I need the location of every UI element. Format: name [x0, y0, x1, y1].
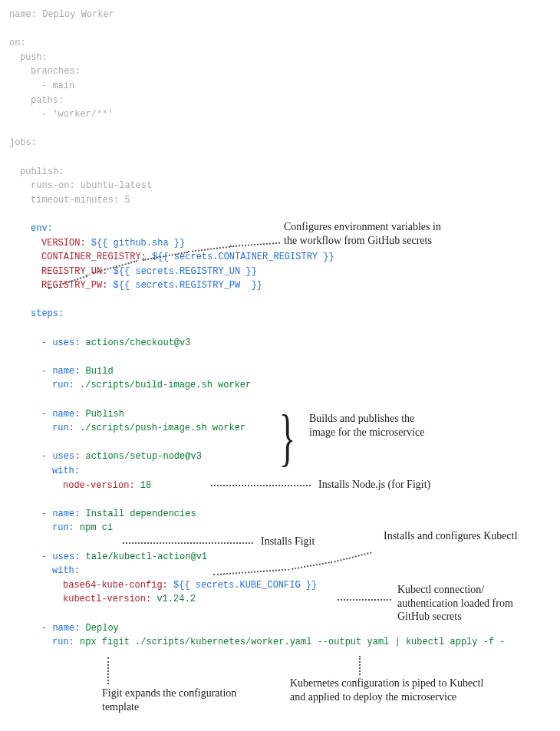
connector-dots	[359, 656, 361, 675]
step-build-run: run: ./scripts/build-image.sh worker	[9, 378, 560, 393]
line-on: on:	[9, 36, 560, 51]
line-steps: steps:	[9, 307, 560, 321]
step-kubectl-action: - uses: tale/kubectl-action@v1	[9, 550, 560, 565]
annotation-pipe-kubectl: Kubernetes configuration is piped to Kub…	[290, 677, 489, 703]
annotation-kubectl: Installs and configures Kubectl	[384, 529, 522, 543]
connector-dots	[123, 542, 253, 544]
connector-dots	[338, 599, 391, 601]
line-paths-worker: - 'worker/**'	[9, 107, 560, 122]
step-deploy-run: run: npx figit ./scripts/kubernetes/work…	[9, 635, 560, 650]
annotation-figit: Installs Figit	[261, 535, 353, 548]
line-paths: paths:	[9, 94, 560, 108]
line-env-registry: CONTAINER_REGISTRY: ${{ secrets.CONTAINE…	[9, 250, 560, 265]
connector-dots	[211, 485, 311, 486]
step-build-name: - name: Build	[9, 364, 560, 379]
line-push: push:	[9, 51, 560, 65]
line-timeout: timeout-minutes: 5	[9, 193, 560, 208]
line-runs-on: runs-on: ubuntu-latest	[9, 179, 560, 193]
line-branches-main: - main	[9, 79, 560, 94]
connector-dots	[107, 657, 109, 684]
step-kubectl-with: with:	[9, 564, 560, 578]
line-env-pw: REGISTRY_PW: ${{ secrets.REGISTRY_PW }}	[9, 278, 560, 293]
line-jobs: jobs:	[9, 136, 560, 150]
line-branches: branches:	[9, 64, 560, 79]
step-install-deps-name: - name: Install dependencies	[9, 507, 560, 522]
annotation-build-publish: Builds and publishes the image for the m…	[309, 412, 440, 439]
annotation-node: Installs Node.js (for Figit)	[318, 478, 510, 492]
line-name: name: Deploy Worker	[9, 8, 560, 22]
annotation-kubeconfig: Kubectl connection/ authentication loade…	[397, 583, 535, 624]
annotation-env: Configures environment variables in the …	[284, 220, 445, 247]
yaml-code-block: name: Deploy Worker on: push: branches: …	[9, 8, 560, 650]
annotation-figit-expand: Figit expands the configuration template	[102, 687, 248, 713]
step-checkout: - uses: actions/checkout@v3	[9, 336, 560, 351]
line-publish: publish:	[9, 165, 560, 179]
brace-icon: }	[279, 416, 296, 459]
